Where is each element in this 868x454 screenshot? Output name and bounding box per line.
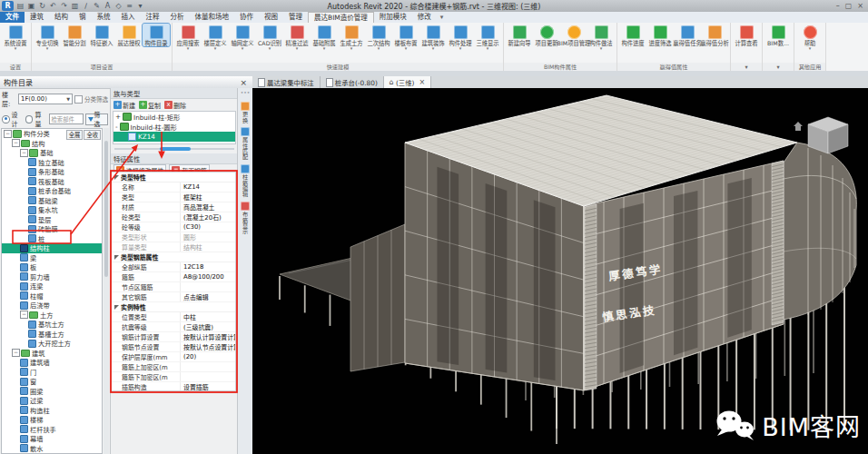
- tree-item-过梁[interactable]: 过梁: [2, 396, 102, 406]
- tab-建筑[interactable]: 建筑: [25, 12, 49, 23]
- expand-all-button[interactable]: 全展: [66, 130, 84, 140]
- property-row-钢筋节点设置[interactable]: 钢筋节点设置按默认节点设置计算: [112, 342, 235, 352]
- close-icon[interactable]: ×: [419, 78, 425, 86]
- expander-icon[interactable]: −: [20, 311, 28, 319]
- ribbon-button-基础附属[interactable]: 基础附属▾: [311, 24, 338, 51]
- strip-item-属性匹配[interactable]: 属性匹配: [241, 127, 250, 160]
- expander-icon[interactable]: +: [115, 113, 121, 121]
- design-radio[interactable]: [2, 115, 10, 123]
- property-row-其它钢筋[interactable]: 其它钢筋点击编辑: [112, 292, 235, 302]
- view-icon[interactable]: ◇: [114, 1, 123, 11]
- tree-item-剪力墙[interactable]: 剪力墙: [2, 272, 102, 282]
- tree-item-筏板基础[interactable]: 筏板基础: [2, 177, 102, 187]
- pen-icon[interactable]: ✎: [93, 1, 101, 11]
- text-icon[interactable]: A: [104, 1, 112, 11]
- type-slider[interactable]: [114, 145, 234, 153]
- tree-item-桩承台基础[interactable]: 桩承台基础: [2, 186, 102, 196]
- ribbon-button-新建向导[interactable]: 新建向导: [506, 24, 533, 46]
- tree-item-门[interactable]: 门: [2, 368, 102, 378]
- ribbon-button-项目更新[interactable]: 项目更新: [533, 24, 560, 46]
- tree-item-垫层[interactable]: 垫层: [2, 215, 102, 225]
- tree-item-集水坑[interactable]: 集水坑: [2, 205, 102, 215]
- close-icon[interactable]: ×: [857, 2, 863, 10]
- save-icon[interactable]: ▣: [27, 1, 35, 11]
- maximize-icon[interactable]: ▢: [845, 2, 853, 10]
- ribbon-button-专业切换[interactable]: 专业切换▾: [34, 24, 61, 51]
- tree-item-大开挖土方[interactable]: 大开挖土方: [2, 339, 102, 349]
- property-row-插筋构造[interactable]: 插筋构造设置插筋: [112, 382, 235, 391]
- tab-插入[interactable]: 插入: [116, 12, 141, 23]
- tree-item-板[interactable]: 板: [2, 262, 102, 272]
- ribbon-button-赢得值分析[interactable]: 赢得值分析: [701, 24, 728, 46]
- ribbon-button-构件做法[interactable]: 构件做法▾: [587, 24, 615, 51]
- revit-logo[interactable]: R: [2, 1, 14, 11]
- ribbon-button-晨达授权[interactable]: 晨达授权: [115, 24, 143, 46]
- view-tab-桩承台(-0.80)[interactable]: 桩承台(-0.80): [321, 76, 384, 88]
- property-row-钢筋计算设置[interactable]: 钢筋计算设置按默认计算设置计算: [112, 332, 235, 342]
- tree-item-后浇带[interactable]: 后浇带: [2, 301, 102, 311]
- ribbon-button-三维显示[interactable]: 三维显示▾: [474, 24, 501, 51]
- section-collapse-icon[interactable]: [114, 305, 119, 310]
- tree-item-结构[interactable]: −结构: [2, 139, 102, 149]
- close-icon[interactable]: ×: [238, 78, 249, 87]
- ribbon-button-建筑装饰[interactable]: 建筑装饰▾: [419, 24, 447, 51]
- ribbon-button-楼板布置[interactable]: 楼板布置▾: [392, 24, 419, 51]
- dropdown-icon[interactable]: ▾: [136, 1, 144, 11]
- strip-handle[interactable]: •••: [241, 90, 251, 95]
- search-input[interactable]: 检索部件: [49, 114, 84, 124]
- ribbon-button-CAD识别[interactable]: CAD识别▾: [256, 24, 283, 51]
- family-item-Inbuild-柱-矩形[interactable]: +Inbuild-柱-矩形: [113, 112, 235, 122]
- property-row-节点区箍筋[interactable]: 节点区箍筋: [112, 282, 235, 292]
- property-row-保护层厚度(mm[interactable]: 保护层厚度(mm(20): [112, 352, 235, 362]
- strip-item-更换[interactable]: 更换: [241, 102, 250, 123]
- quantity-radio[interactable]: [25, 115, 34, 123]
- property-row-箍筋下加密区(m[interactable]: 箍筋下加密区(m: [112, 372, 235, 382]
- ribbon-button-BIM数...[interactable]: BIM数...: [764, 24, 792, 46]
- tab-附加模块[interactable]: 附加模块: [374, 12, 412, 23]
- property-row-箍筋[interactable]: 箍筋A8@100/200: [112, 272, 235, 282]
- tree-item-窗[interactable]: 窗: [2, 377, 102, 387]
- tab-系统[interactable]: 系统: [92, 12, 116, 23]
- new-button[interactable]: +新建: [113, 101, 135, 110]
- tab-结构[interactable]: 结构: [49, 12, 74, 23]
- tree-item-构造柱[interactable]: 构造柱: [2, 406, 102, 416]
- tree-item-建筑墙[interactable]: 建筑墙: [2, 358, 102, 368]
- open-icon[interactable]: ▤: [16, 1, 25, 11]
- tree-item-幕墙[interactable]: 幕墙: [2, 434, 102, 444]
- tab-钢[interactable]: 钢: [74, 12, 92, 23]
- expander-icon[interactable]: -: [115, 123, 118, 131]
- level-select[interactable]: 1F(0.00)▼: [18, 94, 73, 104]
- tree-item-梁[interactable]: 梁: [2, 253, 102, 263]
- ribbon-button-赢得值任务[interactable]: 赢得值任务: [674, 24, 701, 46]
- tab-分析[interactable]: 分析: [165, 12, 190, 23]
- measure-icon[interactable]: ∕: [82, 1, 90, 11]
- tree-item-独立基础[interactable]: 独立基础: [2, 158, 102, 168]
- expander-icon[interactable]: −: [12, 349, 20, 357]
- ribbon-button-构件进度[interactable]: 构件进度: [619, 24, 646, 46]
- ribbon-button-智能分割[interactable]: 智能分割: [61, 24, 88, 46]
- ribbon-button-特征嵌入[interactable]: 特征嵌入: [88, 24, 115, 46]
- tree-item-土方[interactable]: −土方: [2, 311, 102, 321]
- view-tab-晨达梁集中标注[interactable]: 晨达梁集中标注: [252, 76, 321, 88]
- strip-item-布筋显示[interactable]: 布筋显示: [241, 202, 250, 234]
- ribbon-button-进度筛选[interactable]: 进度筛选: [646, 24, 674, 46]
- undo-icon[interactable]: ↶: [49, 1, 57, 11]
- ribbon-button-构件处理[interactable]: 构件处理▾: [447, 24, 474, 51]
- classify-filter-checkbox[interactable]: [74, 95, 83, 104]
- filter-button[interactable]: 筛选: [85, 114, 108, 125]
- tab-视图[interactable]: 视图: [259, 12, 283, 23]
- property-row-砼等级[interactable]: 砼等级(C30): [112, 222, 235, 232]
- minimize-icon[interactable]: –: [836, 2, 840, 10]
- property-row-位置类型[interactable]: 位置类型中柱: [112, 312, 235, 322]
- expander-icon[interactable]: −: [4, 130, 12, 138]
- tab-修改[interactable]: 修改: [412, 12, 437, 23]
- property-row-全部纵筋[interactable]: 全部纵筋12C18: [112, 262, 235, 272]
- ribbon-button-系统设置[interactable]: 系统设置▾: [2, 24, 29, 51]
- copy-button[interactable]: +复制: [139, 101, 161, 110]
- tree-item-基槽土方[interactable]: 基槽土方: [2, 330, 102, 340]
- ribbon-state-toggle-icon[interactable]: ▾: [440, 12, 444, 23]
- property-row-类型[interactable]: 类型框架柱: [112, 192, 235, 202]
- tree-item-散水[interactable]: 散水: [2, 444, 102, 454]
- expander-icon[interactable]: −: [20, 149, 28, 157]
- view-tab-(三维)[interactable]: ⌂(三维)×: [384, 76, 431, 88]
